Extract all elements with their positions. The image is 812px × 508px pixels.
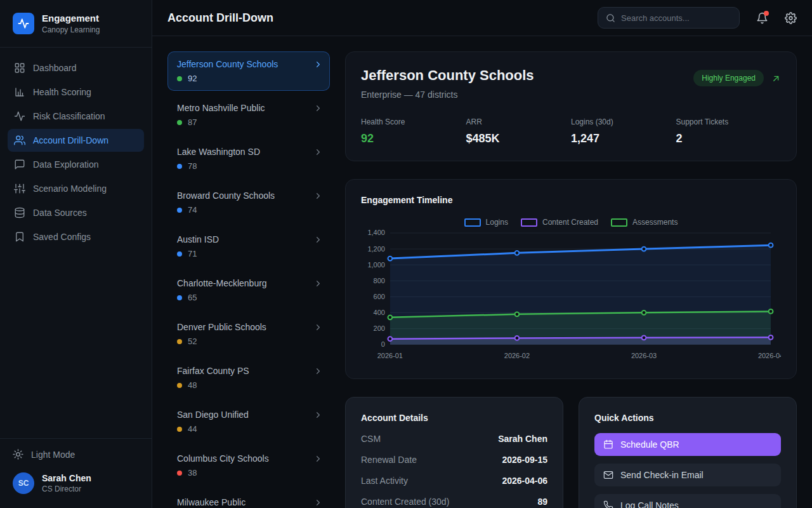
phone-icon	[603, 500, 613, 508]
calendar-icon	[603, 439, 613, 450]
trending-up-icon	[771, 74, 781, 83]
account-name: Columbus City Schools	[177, 453, 320, 464]
legend-swatch	[464, 218, 481, 227]
detail-label: Renewal Date	[361, 455, 417, 465]
log-call-notes-button[interactable]: Log Call Notes	[594, 494, 781, 508]
account-details-rows: CSMSarah ChenRenewal Date2026-09-15Last …	[361, 434, 547, 507]
search-input[interactable]	[621, 13, 731, 23]
sidebar-item-label: Data Sources	[33, 208, 87, 218]
sidebar-item-health-scoring[interactable]: Health Scoring	[8, 81, 144, 104]
account-list-item[interactable]: Austin ISD71	[167, 227, 330, 266]
send-check-in-email-button[interactable]: Send Check-in Email	[594, 464, 781, 486]
account-list-item[interactable]: Denver Public Schools52	[167, 314, 330, 354]
sidebar-item-risk-classification[interactable]: Risk Classification	[8, 105, 144, 128]
account-score: 74	[188, 205, 197, 215]
account-score: 52	[188, 337, 197, 346]
account-subtitle: Enterprise — 47 districts	[361, 90, 534, 100]
stat-label: ARR	[466, 117, 572, 126]
engagement-chart: 02004006008001,0001,2001,4002026-012026-…	[361, 228, 781, 363]
account-score: 71	[188, 249, 197, 258]
detail-label: Last Activity	[361, 476, 408, 486]
content: Jefferson County Schools92Metro Nashvill…	[152, 36, 812, 508]
bottom-grid: Account Details CSMSarah ChenRenewal Dat…	[345, 397, 797, 508]
chevron-right-icon	[313, 235, 323, 244]
chevron-right-icon	[313, 279, 323, 288]
chart-title: Engagement Timeline	[361, 195, 781, 205]
sidebar-item-data-sources[interactable]: Data Sources	[8, 201, 144, 224]
chevron-right-icon	[313, 366, 323, 376]
health-status-dot	[177, 471, 182, 476]
search-box	[598, 7, 740, 29]
stat-value: 2	[676, 132, 782, 145]
svg-text:2026-02: 2026-02	[504, 352, 530, 359]
account-list-item[interactable]: Metro Nashville Public87	[167, 95, 330, 135]
svg-text:600: 600	[374, 293, 385, 300]
detail-value: 89	[537, 497, 547, 507]
account-list-item[interactable]: Milwaukee Public35	[167, 490, 330, 508]
sidebar-footer: Light Mode SC Sarah Chen CS Director	[0, 438, 152, 508]
brand: Engagement Canopy Learning	[0, 0, 152, 48]
account-list-item[interactable]: Columbus City Schools38	[167, 446, 330, 485]
account-name: Lake Washington SD	[177, 147, 320, 157]
sidebar-item-scenario-modeling[interactable]: Scenario Modeling	[8, 177, 144, 200]
account-score: 44	[188, 424, 197, 434]
light-mode-toggle[interactable]: Light Mode	[13, 449, 139, 460]
account-list-item[interactable]: Jefferson County Schools92	[167, 51, 330, 91]
svg-text:2026-03: 2026-03	[631, 352, 657, 359]
health-status-dot	[177, 164, 182, 169]
user-role: CS Director	[42, 485, 91, 493]
schedule-qbr-button[interactable]: Schedule QBR	[594, 433, 781, 456]
account-list-item[interactable]: San Diego Unified44	[167, 402, 330, 441]
account-name: Broward County Schools	[177, 190, 320, 201]
account-title: Jefferson County Schools	[361, 67, 534, 84]
account-name: Denver Public Schools	[177, 322, 320, 332]
legend-item-assessments: Assessments	[611, 218, 678, 227]
detail-label: Content Created (30d)	[361, 497, 449, 507]
quick-actions-title: Quick Actions	[594, 413, 781, 423]
stat-logins-30d-: Logins (30d)1,247	[571, 117, 676, 145]
chevron-right-icon	[313, 104, 323, 113]
legend-swatch	[611, 218, 627, 227]
svg-text:1,200: 1,200	[367, 245, 384, 253]
sidebar-item-label: Dashboard	[33, 63, 77, 73]
sidebar-item-label: Risk Classification	[33, 111, 105, 121]
settings-button[interactable]	[785, 12, 797, 24]
sliders-icon	[14, 183, 25, 194]
health-status-dot	[177, 208, 182, 213]
account-list-item[interactable]: Fairfax County PS48	[167, 358, 330, 398]
topbar: Account Drill-Down	[152, 0, 812, 36]
health-status-dot	[177, 76, 182, 81]
mail-icon	[603, 470, 613, 480]
chart-legend: LoginsContent CreatedAssessments	[361, 218, 781, 227]
account-list-item[interactable]: Charlotte-Mecklenburg65	[167, 271, 330, 310]
sidebar-item-saved-configs[interactable]: Saved Configs	[8, 225, 144, 248]
chevron-right-icon	[313, 410, 323, 420]
account-name: Charlotte-Mecklenburg	[177, 278, 320, 288]
svg-text:200: 200	[374, 324, 385, 332]
legend-label: Content Created	[542, 218, 598, 227]
page-title: Account Drill-Down	[167, 11, 273, 25]
detail-column: Jefferson County Schools Enterprise — 47…	[345, 51, 797, 493]
grid-icon	[14, 62, 25, 74]
quick-actions-card: Quick Actions Schedule QBRSend Check-in …	[579, 397, 797, 508]
account-list-item[interactable]: Lake Washington SD78	[167, 139, 330, 178]
sidebar-item-account-drill-down[interactable]: Account Drill-Down	[8, 129, 144, 152]
chevron-right-icon	[313, 147, 323, 157]
account-details-card: Account Details CSMSarah ChenRenewal Dat…	[345, 397, 563, 508]
detail-value: Sarah Chen	[498, 434, 547, 444]
sidebar-item-dashboard[interactable]: Dashboard	[8, 57, 144, 79]
users-icon	[14, 135, 25, 146]
health-status-dot	[177, 295, 182, 300]
notifications-button[interactable]	[756, 12, 768, 24]
avatar: SC	[13, 472, 34, 494]
legend-item-logins: Logins	[464, 218, 508, 227]
svg-text:0: 0	[381, 340, 385, 348]
detail-value: 2026-09-15	[502, 455, 547, 465]
stat-health-score: Health Score92	[361, 117, 466, 145]
svg-text:1,400: 1,400	[367, 229, 384, 236]
account-list-item[interactable]: Broward County Schools74	[167, 183, 330, 222]
sidebar-item-label: Account Drill-Down	[33, 135, 108, 145]
legend-label: Logins	[486, 218, 508, 227]
sidebar-item-data-exploration[interactable]: Data Exploration	[8, 153, 144, 176]
legend-item-content-created: Content Created	[521, 218, 598, 227]
